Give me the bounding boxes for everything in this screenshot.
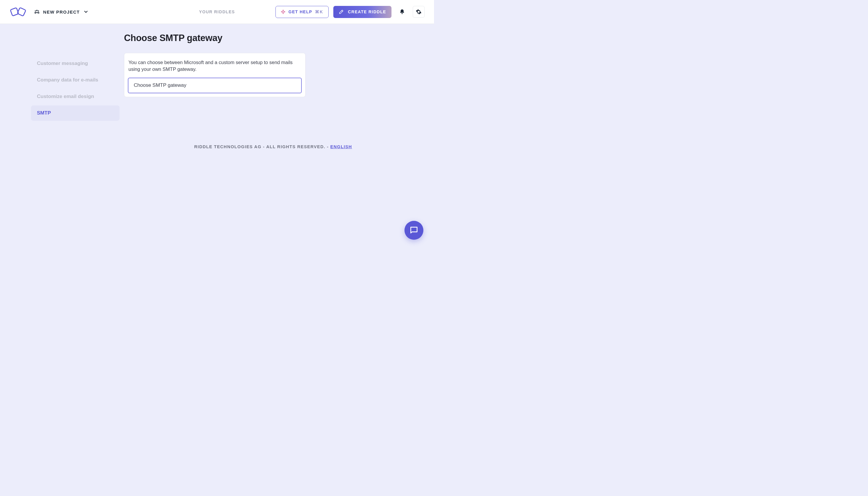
edit-icon [339,9,344,14]
settings-button[interactable] [413,6,424,18]
get-help-shortcut: ⌘K [315,10,323,14]
sidebar-item-label: Customize email design [37,94,94,99]
gear-icon [416,9,422,15]
chat-icon [409,226,419,235]
chevron-down-icon [83,9,89,14]
sidebar-item-label: Company data for e-mails [37,77,98,83]
sidebar-item-company-data[interactable]: Company data for e-mails [31,72,120,88]
settings-sidebar: Customer messaging Company data for e-ma… [0,33,124,149]
smtp-description: You can choose between Microsoft and a c… [128,59,302,78]
sidebar-item-customer-messaging[interactable]: Customer messaging [31,56,120,71]
svg-point-4 [38,10,39,12]
svg-rect-1 [17,7,26,16]
your-riddles-link[interactable]: YOUR RIDDLES [199,10,235,14]
sidebar-item-label: SMTP [37,110,51,116]
svg-point-3 [35,10,36,12]
people-icon [34,9,40,14]
main-area: Customer messaging Company data for e-ma… [0,24,434,149]
notifications-button[interactable] [396,6,408,18]
content-area: Choose SMTP gateway You can choose betwe… [124,33,434,149]
select-placeholder: Choose SMTP gateway [134,82,186,88]
language-link[interactable]: ENGLISH [330,144,352,149]
logo-icon [10,5,27,18]
create-label: CREATE RIDDLE [348,10,386,14]
chat-button[interactable] [404,221,423,240]
project-selector[interactable]: NEW PROJECT [34,9,89,14]
smtp-gateway-select[interactable]: Choose SMTP gateway [128,78,302,93]
sidebar-item-label: Customer messaging [37,61,88,66]
header-actions: GET HELP ⌘K CREATE RIDDLE [276,6,424,18]
project-label: NEW PROJECT [43,10,80,14]
page-title: Choose SMTP gateway [124,33,422,43]
app-header: NEW PROJECT YOUR RIDDLES GET HELP ⌘K CRE… [0,0,434,24]
create-riddle-button[interactable]: CREATE RIDDLE [333,6,391,18]
svg-rect-0 [10,8,19,16]
sparkle-icon [281,10,285,14]
get-help-button[interactable]: GET HELP ⌘K [276,6,329,18]
sidebar-item-smtp[interactable]: SMTP [31,105,120,121]
get-help-label: GET HELP [289,10,312,14]
svg-point-2 [36,10,38,11]
sidebar-item-customize-email[interactable]: Customize email design [31,89,120,104]
bell-icon [399,9,405,15]
app-logo[interactable] [10,5,27,18]
page-footer: RIDDLE TECHNOLOGIES AG - ALL RIGHTS RESE… [124,144,422,149]
smtp-card: You can choose between Microsoft and a c… [124,53,306,97]
footer-text: RIDDLE TECHNOLOGIES AG - ALL RIGHTS RESE… [194,144,330,149]
